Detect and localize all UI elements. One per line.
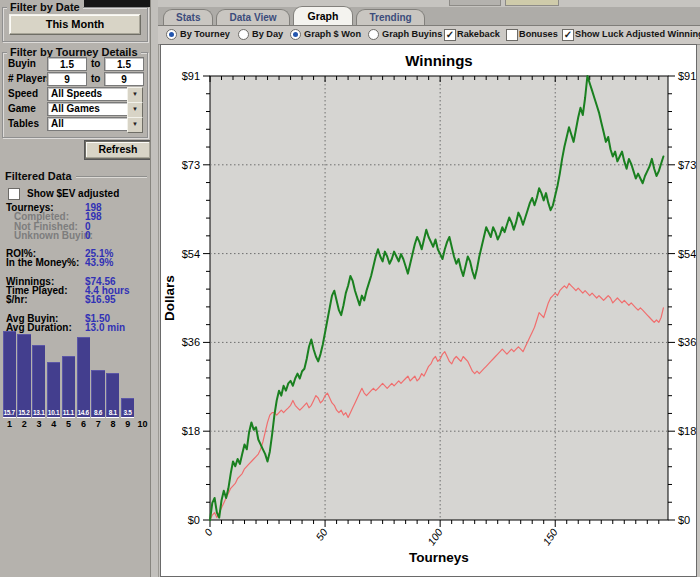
histogram-bar: 11.1 [62,356,75,418]
chart-title: Winnings [405,52,472,69]
filter-label-speed: Speed [8,88,38,99]
histogram-bar: 3.5 [121,398,134,418]
histogram-x-label: 2 [17,419,32,429]
cutoff-button-fragment [505,0,559,6]
show-ev-adjusted-checkbox[interactable] [8,188,20,200]
stat-group: Tourneys:198Completed:198Not Finished:0U… [6,203,150,240]
poker-tracker-window: { "sidebar": { "filter_by_date": { "titl… [0,0,700,577]
tables-select[interactable]: All [47,117,131,131]
x-tick-label: 0 [201,526,214,538]
histogram-bar-value: 8.6 [91,409,104,416]
x-tick-label: 50 [313,526,330,543]
filter-row-game: GameAll Games▼ [3,102,147,116]
tab-bar: StatsData ViewGraphTrending [158,7,700,26]
filter-label-game: Game [8,103,36,114]
histogram-x-label: 5 [61,419,76,429]
histogram-x-label: 8 [106,419,121,429]
buyin-to-input[interactable] [104,57,144,71]
buyin-from-input[interactable] [47,57,87,71]
histogram-bar: 15.2 [17,334,30,418]
filter-row-tables: TablesAll▼ [3,117,147,131]
y-tick-label-right: $36 [678,336,696,348]
filtered-data-stats: Tourneys:198Completed:198Not Finished:0U… [6,203,150,341]
stat-row-hr: $/hr:$16.95 [6,295,150,304]
tab-trending[interactable]: Trending [356,9,424,25]
radio-label-by-day[interactable]: By Day [252,29,283,39]
histogram-bar-value: 10.1 [47,409,60,416]
tab-data-view[interactable]: Data View [216,9,289,25]
winnings-chart: $0$0$18$18$36$36$54$54$73$73$91$91050100… [161,45,696,576]
filter-label-tables: Tables [8,118,39,129]
chevron-down-icon[interactable]: ▼ [127,117,143,133]
show-ev-adjusted-label[interactable]: Show $EV adjusted [27,188,119,199]
histogram-x-label: 3 [32,419,47,429]
histogram-bar: 10.1 [47,362,60,418]
radio-dot [169,32,174,37]
radio-label-by-tourney[interactable]: By Tourney [180,29,230,39]
checkbox-label-bonuses[interactable]: Bonuses [519,29,558,39]
radio-by-tourney[interactable] [166,29,177,40]
x-axis-label: Tourneys [409,550,469,565]
y-tick-label: $18 [182,425,200,437]
radio-label-graph-won[interactable]: Graph $ Won [304,29,361,39]
stat-row-unknown-buyin: Unknown Buyin:0 [6,231,150,240]
checkbox-rakeback[interactable]: ✓ [444,29,456,41]
radio-label-graph-buyins[interactable]: Graph Buyins [382,29,442,39]
tab-stats[interactable]: Stats [163,9,213,25]
histogram-bar-value: 14.6 [77,409,90,416]
stat-value: 0 [85,231,91,241]
checkbox-label-show-luck-adjusted-winnings[interactable]: Show Luck Adjusted Winnings [575,29,700,39]
checkbox-bonuses[interactable] [506,29,518,41]
filter-label-buyin: Buyin [8,58,36,69]
histogram-bar-value: 13.1 [32,409,45,416]
tab-graph[interactable]: Graph [293,6,354,25]
checkbox-show-luck-adjusted-winnings[interactable]: ✓ [562,29,574,41]
finish-distribution-histogram: 15.7115.2213.1310.1411.1514.668.678.183.… [2,331,150,431]
sidebar: Filter by Date This Month Filter by Tour… [0,0,150,577]
graph-toolbar: By TourneyBy DayGraph $ WonGraph Buyins✓… [158,26,700,45]
stat-row-in-the-money: In the Money%:43.9% [6,258,150,267]
histogram-bar: 8.1 [106,373,119,418]
histogram-bar-value: 15.2 [17,409,30,416]
players-to-input[interactable] [104,72,144,86]
chevron-down-icon[interactable]: ▼ [127,102,143,118]
y-tick-label-right: $54 [678,248,696,260]
histogram-bar: 8.6 [91,370,104,418]
y-tick-label: $54 [182,248,200,260]
cutoff-toolbar-strip [158,0,700,7]
y-axis-label: Dollars [162,275,177,321]
y-tick-label: $91 [182,70,200,82]
chevron-down-icon[interactable]: ▼ [127,87,143,103]
filter-row-players: # Playersto [3,72,147,86]
radio-by-day[interactable] [238,29,249,40]
y-tick-label-right: $91 [678,70,696,82]
histogram-bar-value: 15.7 [3,409,16,416]
y-tick-label: $36 [182,336,200,348]
x-tick-label: 150 [540,526,560,547]
stat-group: ROI%:25.1%In the Money%:43.9% [6,249,150,268]
speed-select[interactable]: All Speeds [47,87,131,101]
filter-by-tourney-group: Filter by Tourney Details Buyinto# Playe… [2,52,148,138]
filter-by-date-group: Filter by Date This Month [2,7,148,42]
players-from-input[interactable] [47,72,87,86]
filter-row-speed: SpeedAll Speeds▼ [3,87,147,101]
plot-area [210,76,668,520]
histogram-bar: 14.6 [77,337,90,418]
radio-graph-won[interactable] [290,29,301,40]
stat-label: Unknown Buyin: [6,230,93,241]
histogram-bar-value: 3.5 [121,409,134,416]
histogram-bar-value: 11.1 [62,409,75,416]
refresh-button[interactable]: Refresh [85,141,151,159]
checkbox-label-rakeback[interactable]: Rakeback [457,29,500,39]
filter-by-date-title: Filter by Date [7,1,83,13]
radio-dot [293,32,298,37]
window-background-strip [84,0,150,7]
y-tick-label: $73 [182,159,200,171]
game-select[interactable]: All Games [47,102,131,116]
radio-graph-buyins[interactable] [368,29,379,40]
histogram-x-label: 9 [120,419,135,429]
x-tick-label: 100 [425,526,445,547]
this-month-button[interactable]: This Month [9,14,141,35]
range-separator: to [91,58,100,69]
filter-row-buyin: Buyinto [3,57,147,71]
